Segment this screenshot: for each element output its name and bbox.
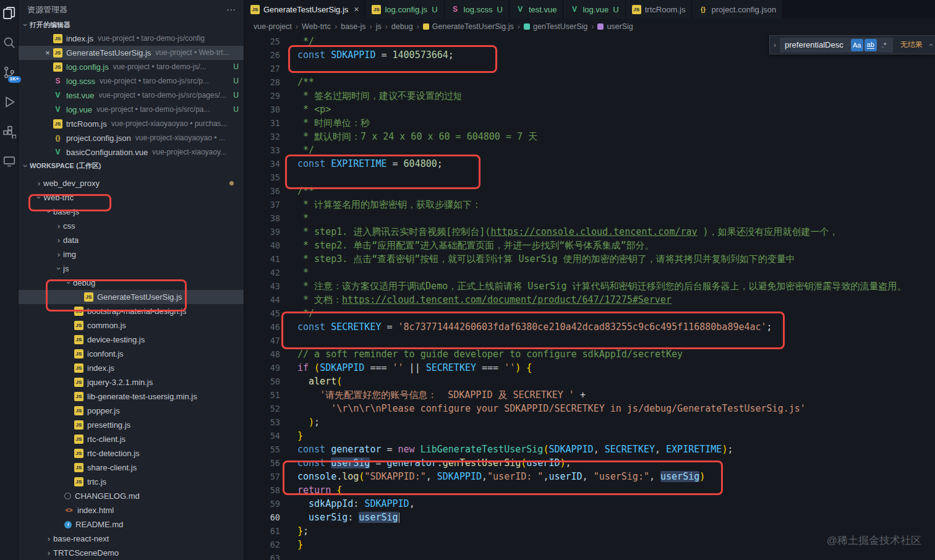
code-line-53[interactable]: 53 );: [244, 415, 935, 429]
code-line-46[interactable]: 46const SECRETKEY = '8c73771444260603fda…: [244, 320, 935, 334]
code-line-44[interactable]: 44 * 文档：https://cloud.tencent.com/docume…: [244, 293, 935, 307]
open-editor-GenerateTestUserSig.js[interactable]: ×JSGenerateTestUserSig.jsvue-project • W…: [19, 46, 244, 60]
code-line-52[interactable]: 52 '\r\n\r\nPlease configure your SDKAPP…: [244, 402, 935, 415]
code-line-30[interactable]: 30 * <p>: [244, 103, 935, 116]
code-line-39[interactable]: 39 * step1. 进入腾讯云实时音视频[控制台](https://cons…: [244, 225, 935, 239]
tree-item-rtc-detection.js[interactable]: JSrtc-detection.js: [19, 446, 244, 460]
close-icon[interactable]: ×: [42, 48, 53, 57]
source-control-icon[interactable]: 1K+: [1, 64, 17, 80]
tab-test.vue[interactable]: Vtest.vue: [510, 0, 564, 19]
tree-item-CHANGELOG.md[interactable]: CHANGELOG.md: [19, 489, 244, 503]
tab-trtcRoom.js[interactable]: JStrtcRoom.js: [626, 0, 693, 19]
code-line-50[interactable]: 50 alert(: [244, 375, 935, 388]
code-line-32[interactable]: 32 * 默认时间：7 x 24 x 60 x 60 = 604800 = 7 …: [244, 130, 935, 143]
tree-item-bootstrap-material-design.js[interactable]: JSbootstrap-material-design.js: [19, 304, 244, 318]
breadcrumb-item-userSig[interactable]: userSig: [597, 22, 633, 31]
find-input[interactable]: preferentialDesc Aa ab .*: [780, 38, 893, 53]
previous-match-icon[interactable]: ›: [925, 43, 934, 46]
breadcrumb-item-vue-project[interactable]: vue-project: [254, 22, 292, 31]
open-editor-index.js[interactable]: JSindex.jsvue-project • taro-demo-js/con…: [19, 32, 244, 46]
code-line-59[interactable]: 59 sdkAppId: SDKAPPID,: [244, 497, 935, 511]
tree-item-common.js[interactable]: JScommon.js: [19, 318, 244, 333]
tree-item-popper.js[interactable]: JSpopper.js: [19, 404, 244, 418]
code-line-37[interactable]: 37 * 计算签名用的加密密钥，获取步骤如下：: [244, 198, 935, 211]
code-line-31[interactable]: 31 * 时间单位：秒: [244, 116, 935, 130]
code-line-55[interactable]: 55const generator = new LibGenerateTestU…: [244, 443, 935, 456]
breadcrumb-item-genTestUserSig[interactable]: genTestUserSig: [524, 22, 587, 31]
tree-item-jquery-3.2.1.min.js[interactable]: JSjquery-3.2.1.min.js: [19, 375, 244, 389]
more-actions-icon[interactable]: ⋯: [226, 4, 236, 15]
code-line-38[interactable]: 38 *: [244, 211, 935, 225]
tree-item-iconfont.js[interactable]: JSiconfont.js: [19, 347, 244, 361]
open-editor-basicConfiguration.vue[interactable]: VbasicConfiguration.vuevue-project-xiaoy…: [19, 145, 244, 159]
extensions-icon[interactable]: [1, 124, 17, 140]
find-replace-toggle-chevron[interactable]: ›: [771, 40, 779, 49]
tree-item-rtc-client.js[interactable]: JSrtc-client.js: [19, 432, 244, 446]
code-line-42[interactable]: 42 *: [244, 266, 935, 279]
breadcrumb-item-js[interactable]: js: [376, 22, 382, 31]
tree-item-TRTCSceneDemo[interactable]: ›TRTCSceneDemo: [19, 546, 244, 560]
tree-item-css[interactable]: ›css: [19, 219, 244, 233]
code-line-35[interactable]: 35: [244, 171, 935, 184]
code-line-56[interactable]: 56const userSig = generator.genTestUserS…: [244, 456, 935, 470]
tree-item-lib-generate-test-usersig.min.js[interactable]: JSlib-generate-test-usersig.min.js: [19, 389, 244, 404]
breadcrumb-item-Web-trtc[interactable]: Web-trtc: [302, 22, 331, 31]
code-line-41[interactable]: 41 * step3. 点击“查看密钥”按钮，就可以看到计算 UserSig 使…: [244, 252, 935, 266]
open-editor-test.vue[interactable]: Vtest.vuevue-project • taro-demo-js/src/…: [19, 88, 244, 103]
tree-item-Web-trtc[interactable]: ›Web-trtc: [19, 190, 244, 205]
tree-item-base-js[interactable]: ›base-js: [19, 205, 244, 219]
open-editor-log.scss[interactable]: Slog.scssvue-project • taro-demo-js/src/…: [19, 74, 244, 88]
code-line-49[interactable]: 49if (SDKAPPID === '' || SECRETKEY === '…: [244, 361, 935, 375]
tree-item-data[interactable]: ›data: [19, 233, 244, 247]
open-editor-project.config.json[interactable]: {}project.config.jsonvue-project-xiaoyao…: [19, 131, 244, 145]
code-line-45[interactable]: 45 */: [244, 307, 935, 320]
code-line-28[interactable]: 28/**: [244, 75, 935, 89]
code-editor[interactable]: 25 */26const SDKAPPID = 1400573664;2728/…: [244, 35, 935, 560]
code-line-63[interactable]: 63: [244, 551, 935, 560]
code-line-48[interactable]: 48// a soft reminder to guide developer …: [244, 347, 935, 361]
code-line-29[interactable]: 29 * 签名过期时间，建议不要设置的过短: [244, 89, 935, 103]
open-editors-header[interactable]: › 打开的编辑器: [19, 19, 244, 32]
tab-GenerateTestUserSig.js[interactable]: JSGenerateTestUserSig.js×: [244, 0, 365, 19]
breadcrumb-item-debug[interactable]: debug: [391, 22, 413, 31]
breadcrumb-item-base-js[interactable]: base-js: [341, 22, 365, 31]
code-line-60[interactable]: 60 userSig: userSig: [244, 511, 935, 524]
search-icon[interactable]: [1, 35, 17, 51]
tab-log.vue[interactable]: Vlog.vueU: [563, 0, 625, 19]
code-line-58[interactable]: 58return {: [244, 483, 935, 497]
tree-item-web_dev_proxy[interactable]: ›web_dev_proxy: [19, 176, 244, 190]
tree-item-README.md[interactable]: iREADME.md: [19, 517, 244, 532]
code-line-54[interactable]: 54}: [244, 429, 935, 443]
tab-log.config.js[interactable]: JSlog.config.jsU: [365, 0, 444, 19]
tree-item-base-react-next[interactable]: ›base-react-next: [19, 532, 244, 546]
close-icon[interactable]: ×: [354, 4, 359, 14]
code-line-33[interactable]: 33 */: [244, 143, 935, 157]
code-line-57[interactable]: 57console.log("SDKAPPID:", SDKAPPID,"use…: [244, 470, 935, 483]
match-case-button[interactable]: Aa: [851, 39, 863, 51]
regex-button[interactable]: .*: [878, 39, 890, 51]
tree-item-device-testing.js[interactable]: JSdevice-testing.js: [19, 333, 244, 347]
code-line-40[interactable]: 40 * step2. 单击“应用配置”进入基础配置页面，并进一步找到“帐号体系…: [244, 239, 935, 252]
workspace-header[interactable]: › WORKSPACE (工作区): [19, 159, 244, 172]
open-editor-trtcRoom.js[interactable]: JStrtcRoom.jsvue-project-xiaoyaoyao • pu…: [19, 117, 244, 131]
tab-log.scss[interactable]: Slog.scssU: [445, 0, 510, 19]
remote-explorer-icon[interactable]: [1, 153, 17, 169]
tab-project.config.json[interactable]: {}project.config.json: [692, 0, 783, 19]
code-line-27[interactable]: 27: [244, 62, 935, 75]
code-line-51[interactable]: 51 '请先配置好您的账号信息： SDKAPPID 及 SECRETKEY ' …: [244, 388, 935, 402]
tree-item-js[interactable]: ›js: [19, 261, 244, 276]
tree-item-debug[interactable]: ›debug: [19, 276, 244, 290]
tree-item-img[interactable]: ›img: [19, 247, 244, 261]
tree-item-index.html[interactable]: <>index.html: [19, 503, 244, 517]
code-line-34[interactable]: 34const EXPIRETIME = 604800;: [244, 157, 935, 171]
breadcrumb-item-GenerateTestUserSig.js[interactable]: GenerateTestUserSig.js: [423, 22, 514, 31]
tree-item-presetting.js[interactable]: JSpresetting.js: [19, 418, 244, 432]
tree-item-trtc.js[interactable]: JStrtc.js: [19, 475, 244, 489]
tree-item-index.js[interactable]: JSindex.js: [19, 361, 244, 375]
code-line-47[interactable]: 47: [244, 334, 935, 347]
open-editor-log.config.js[interactable]: JSlog.config.jsvue-project • taro-demo-j…: [19, 60, 244, 74]
code-line-43[interactable]: 43 * 注意：该方案仅适用于调试Demo，正式上线前请将 UserSig 计算…: [244, 279, 935, 293]
tree-item-share-client.js[interactable]: JSshare-client.js: [19, 460, 244, 475]
whole-word-button[interactable]: ab: [865, 39, 877, 51]
tree-item-GenerateTestUserSig.js[interactable]: JSGenerateTestUserSig.js: [19, 290, 244, 304]
